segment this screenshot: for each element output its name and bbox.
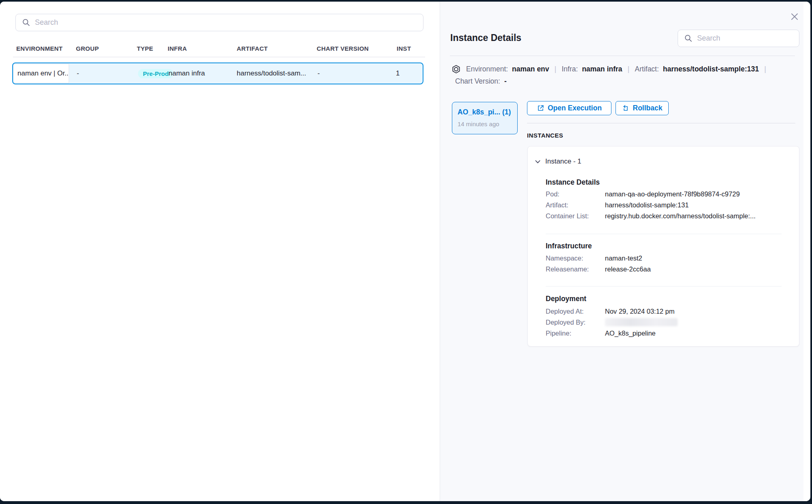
infra-value: naman infra [582, 65, 622, 73]
infra-label: Infra: [561, 65, 578, 73]
column-header-artifact: ARTIFACT [237, 45, 268, 52]
deployed-at-field: Deployed At: Nov 29, 2024 03:12 pm [546, 308, 675, 317]
pipeline-label: Pipeline: [546, 330, 605, 338]
artifact-label: Artifact: [546, 201, 605, 210]
group-cell: - [77, 63, 79, 84]
instances-search-box[interactable] [678, 30, 799, 47]
panel-edge [803, 2, 807, 501]
section-divider [546, 286, 782, 286]
header-divider [450, 56, 795, 56]
namespace-field: Namespace: naman-test2 [546, 254, 642, 263]
deployment-summary: Environment: naman env | Infra: naman in… [451, 63, 797, 87]
pod-label: Pod: [546, 190, 605, 199]
chart-version-value: - [504, 77, 507, 86]
releasename-value: release-2cc6aa [605, 265, 651, 274]
environments-table-panel: ENVIRONMENT GROUP TYPE INFRA ARTIFACT CH… [0, 2, 440, 501]
page-title: Instance Details [450, 32, 521, 43]
deployment-heading: Deployment [546, 295, 586, 303]
artifact-value: harness/todolist-sample:131 [663, 65, 759, 73]
namespace-value: naman-test2 [605, 254, 642, 263]
pod-field: Pod: naman-qa-ao-deployment-78f9b89874-c… [546, 190, 740, 199]
artifact-field: Artifact: harness/todolist-sample:131 [546, 201, 689, 210]
container-list-field: Container List: registry.hub.docker.com/… [546, 212, 756, 221]
instance-details-heading: Instance Details [546, 178, 600, 187]
table-search-input[interactable] [35, 18, 417, 27]
infrastructure-heading: Infrastructure [546, 242, 592, 250]
close-icon [789, 11, 800, 22]
environment-value: naman env [512, 65, 549, 73]
namespace-label: Namespace: [546, 254, 605, 263]
environment-icon [451, 65, 461, 74]
separator: | [763, 65, 767, 73]
table-search-box[interactable] [15, 14, 423, 31]
releasename-label: Releasename: [546, 265, 605, 274]
column-header-chart-version: CHART VERSION [317, 45, 369, 52]
column-header-inst: INST [397, 45, 411, 52]
chart-version-label: Chart Version: [455, 77, 500, 86]
environment-cell: naman env | Or... [13, 64, 69, 83]
instances-search-input[interactable] [697, 34, 793, 43]
chevron-down-icon [534, 158, 541, 165]
environment-label: Environment: [466, 65, 508, 73]
close-button[interactable] [788, 10, 801, 23]
open-execution-label: Open Execution [548, 104, 602, 112]
pipeline-field: Pipeline: AO_k8s_pipeline [546, 330, 656, 338]
pipeline-value: AO_k8s_pipeline [605, 330, 656, 338]
execution-card-title: AO_k8s_pi... (1) [458, 108, 517, 116]
instance-details-panel: Instance Details Environment: naman env … [440, 2, 807, 501]
deployed-at-label: Deployed At: [546, 308, 605, 317]
deployed-by-label: Deployed By: [546, 319, 605, 327]
section-divider [546, 234, 782, 234]
instances-modal: ENVIRONMENT GROUP TYPE INFRA ARTIFACT CH… [0, 2, 810, 501]
chart-version-cell: - [317, 63, 320, 84]
execution-card-time: 14 minutes ago [458, 121, 517, 127]
inst-count-cell: 1 [396, 63, 400, 84]
column-header-environment: ENVIRONMENT [16, 45, 63, 52]
separator: | [553, 65, 558, 73]
separator: | [626, 65, 631, 73]
external-link-icon [537, 104, 544, 112]
search-icon [684, 34, 693, 43]
column-header-infra: INFRA [168, 45, 187, 52]
artifact-cell: harness/todolist-sam... [237, 63, 306, 84]
container-list-value: registry.hub.docker.com/harness/todolist… [605, 212, 756, 221]
instance-title: Instance - 1 [545, 157, 581, 166]
open-execution-button[interactable]: Open Execution [527, 101, 611, 115]
pod-value: naman-qa-ao-deployment-78f9b89874-c9729 [605, 190, 740, 199]
table-row[interactable]: naman env | Or... - Pre-Prod naman infra… [12, 62, 423, 84]
rollback-button[interactable]: Rollback [615, 101, 669, 115]
instance-card: Instance - 1 Instance Details Pod: naman… [527, 146, 799, 347]
rollback-icon [622, 104, 630, 112]
search-icon [22, 18, 30, 27]
table-header-divider [13, 57, 425, 57]
table-header: ENVIRONMENT GROUP TYPE INFRA ARTIFACT CH… [15, 44, 428, 54]
column-header-type: TYPE [137, 45, 153, 52]
execution-card[interactable]: AO_k8s_pi... (1) 14 minutes ago [452, 102, 518, 134]
deployed-by-field: Deployed By: [546, 319, 678, 327]
deployed-at-value: Nov 29, 2024 03:12 pm [605, 308, 675, 317]
rollback-label: Rollback [633, 104, 663, 112]
actions-divider [527, 123, 795, 123]
instance-expander[interactable]: Instance - 1 [534, 157, 581, 166]
artifact-label: Artifact: [635, 65, 659, 73]
instances-section-label: INSTANCES [527, 132, 563, 139]
deployed-by-redacted-value [605, 318, 678, 326]
container-list-label: Container List: [546, 212, 605, 221]
infra-cell: naman infra [168, 63, 205, 84]
artifact-value: harness/todolist-sample:131 [605, 201, 689, 210]
releasename-field: Releasename: release-2cc6aa [546, 265, 651, 274]
column-header-group: GROUP [76, 45, 99, 52]
